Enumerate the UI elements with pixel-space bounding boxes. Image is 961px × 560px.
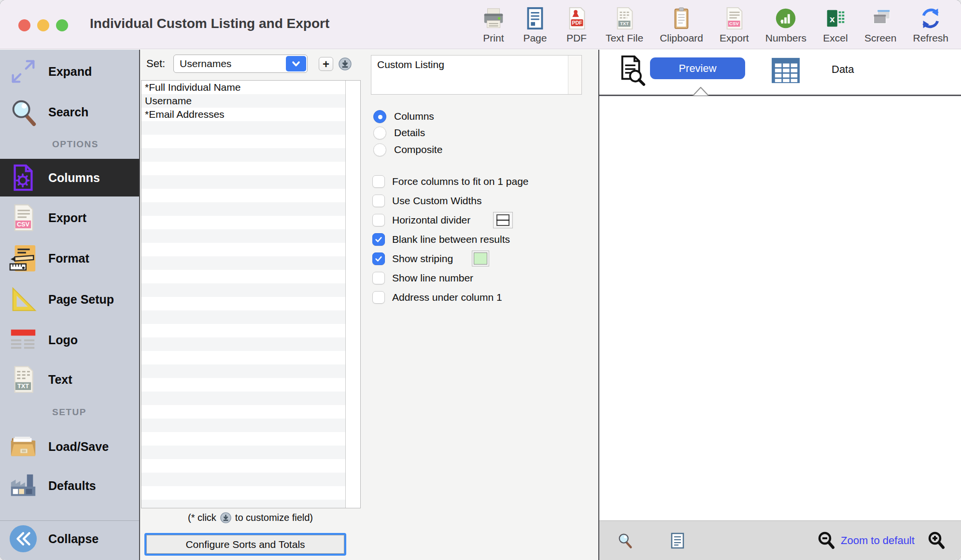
checkbox-address-column[interactable] <box>372 291 385 304</box>
sidebar-item-search[interactable]: Search <box>0 97 139 127</box>
text-file-icon: TXT <box>612 6 637 31</box>
radio-composite[interactable] <box>373 143 386 156</box>
checkbox-row-horizontal-divider[interactable]: Horizontal divider <box>372 213 513 226</box>
svg-text:TXT: TXT <box>17 383 29 390</box>
refresh-icon <box>918 6 943 31</box>
checkbox-row-show-striping[interactable]: Show striping <box>372 252 489 265</box>
pdf-button[interactable]: PDF PDF <box>564 6 589 44</box>
sidebar-item-text[interactable]: TXT Text <box>0 364 139 395</box>
checkbox-label: Blank line between results <box>392 234 510 245</box>
field-set-select[interactable]: Usernames <box>173 55 308 73</box>
sidebar-item-label: Defaults <box>48 479 96 493</box>
set-label: Set: <box>146 55 165 73</box>
magnify-tool-button[interactable] <box>616 521 635 560</box>
toolbar: Print Page PDF PDF TXT Text File <box>481 6 948 44</box>
checkbox-label: Show striping <box>392 253 453 265</box>
checkbox-row-force-fit[interactable]: Force columns to fit on 1 page <box>372 175 529 188</box>
export-csv-button[interactable]: CSV Export <box>720 6 749 44</box>
field-list[interactable]: *Full Individual Name Username *Email Ad… <box>141 80 361 508</box>
sidebar-item-collapse[interactable]: Collapse <box>0 523 139 554</box>
folder-icon <box>8 431 39 462</box>
checkbox-show-striping[interactable] <box>372 252 385 265</box>
checkbox-row-line-number[interactable]: Show line number <box>372 271 473 284</box>
sidebar-item-expand[interactable]: Expand <box>0 56 139 87</box>
text-file-button[interactable]: TXT Text File <box>606 6 643 44</box>
format-document-icon <box>8 243 39 274</box>
checkbox-line-number[interactable] <box>372 272 385 284</box>
print-button[interactable]: Print <box>481 6 506 44</box>
radio-row-composite[interactable]: Composite <box>373 143 442 156</box>
text-view-button[interactable] <box>668 521 687 560</box>
checkbox-custom-widths[interactable] <box>372 195 385 207</box>
sidebar-item-label: Page Setup <box>48 293 114 307</box>
radio-label: Columns <box>394 111 434 122</box>
sidebar-section-setup: SETUP <box>52 407 86 418</box>
svg-text:CSV: CSV <box>17 221 30 228</box>
field-list-rows: *Full Individual Name Username *Email Ad… <box>141 81 345 508</box>
radio-label: Composite <box>394 144 442 155</box>
zoom-to-default-link[interactable]: Zoom to default <box>841 521 915 560</box>
zoom-out-button[interactable] <box>817 521 837 560</box>
chevron-down-icon[interactable] <box>286 56 306 71</box>
tab-preview[interactable]: Preview <box>650 57 745 79</box>
field-list-item[interactable]: *Full Individual Name <box>141 81 345 94</box>
sidebar-section-options: OPTIONS <box>52 139 99 150</box>
sidebar-item-page-setup[interactable]: Page Setup <box>0 284 139 315</box>
close-window-button[interactable] <box>18 19 30 31</box>
minimize-window-button[interactable] <box>37 19 49 31</box>
page-button[interactable]: Page <box>523 6 548 44</box>
excel-button[interactable]: x Excel <box>823 6 848 44</box>
textarea-scrollbar[interactable] <box>568 56 581 94</box>
zoom-window-button[interactable] <box>56 19 68 31</box>
radio-details[interactable] <box>373 126 386 140</box>
striping-color-swatch[interactable] <box>472 251 489 266</box>
radio-row-columns[interactable]: Columns <box>373 110 434 123</box>
clipboard-button[interactable]: Clipboard <box>660 6 703 44</box>
screen-button[interactable]: Screen <box>864 6 897 44</box>
sidebar-item-logo[interactable]: Logo <box>0 324 139 355</box>
sidebar-item-label: Export <box>48 211 86 225</box>
numbers-button[interactable]: Numbers <box>765 6 806 44</box>
download-circle-icon <box>220 512 231 523</box>
preview-content-area[interactable] <box>599 96 961 520</box>
radio-label: Details <box>394 127 425 139</box>
configure-sorts-button[interactable]: Configure Sorts and Totals <box>146 535 344 554</box>
sidebar-item-label: Expand <box>48 65 92 79</box>
add-set-button[interactable]: + <box>319 57 333 71</box>
listing-title-textarea[interactable]: Custom Listing <box>371 55 582 95</box>
radio-row-details[interactable]: Details <box>373 126 425 140</box>
csv-file-icon: CSV <box>8 202 39 233</box>
sidebar-item-export[interactable]: CSV Export <box>0 202 139 233</box>
sidebar-divider <box>0 520 139 521</box>
sidebar-item-label: Format <box>48 252 89 266</box>
sidebar-item-label: Collapse <box>48 532 99 546</box>
refresh-button[interactable]: Refresh <box>913 6 948 44</box>
sidebar-item-label: Search <box>48 105 88 119</box>
sidebar-item-label: Columns <box>48 171 100 185</box>
sidebar-item-columns[interactable]: Columns <box>0 159 139 196</box>
preview-bottom-toolbar: Zoom to default <box>599 520 961 560</box>
sidebar-item-format[interactable]: Format <box>0 243 139 274</box>
checkbox-label: Use Custom Widths <box>392 195 482 207</box>
checkbox-blank-line[interactable] <box>372 233 385 246</box>
expand-icon <box>8 56 39 87</box>
checkbox-force-fit[interactable] <box>372 175 385 188</box>
txt-file-icon: TXT <box>8 364 39 395</box>
checkbox-row-blank-line[interactable]: Blank line between results <box>372 233 510 246</box>
divider-style-button[interactable] <box>493 212 513 228</box>
customize-field-button[interactable] <box>339 57 352 70</box>
sidebar-item-defaults[interactable]: Defaults <box>0 470 139 501</box>
checkbox-row-custom-widths[interactable]: Use Custom Widths <box>372 194 482 207</box>
field-list-item[interactable]: *Email Addresses <box>141 108 345 121</box>
sidebar-item-load-save[interactable]: Load/Save <box>0 431 139 462</box>
field-list-scrollbar[interactable] <box>345 81 360 508</box>
zoom-in-button[interactable] <box>927 521 947 560</box>
data-table-icon[interactable] <box>771 57 801 86</box>
listing-title-text: Custom Listing <box>377 59 444 70</box>
radio-columns[interactable] <box>373 110 386 123</box>
tab-data[interactable]: Data <box>832 63 854 76</box>
checkbox-horizontal-divider[interactable] <box>372 214 385 226</box>
checkbox-row-address-column[interactable]: Address under column 1 <box>372 291 502 304</box>
configure-sorts-focus-ring: Configure Sorts and Totals <box>144 533 346 556</box>
field-list-item[interactable]: Username <box>141 94 345 108</box>
